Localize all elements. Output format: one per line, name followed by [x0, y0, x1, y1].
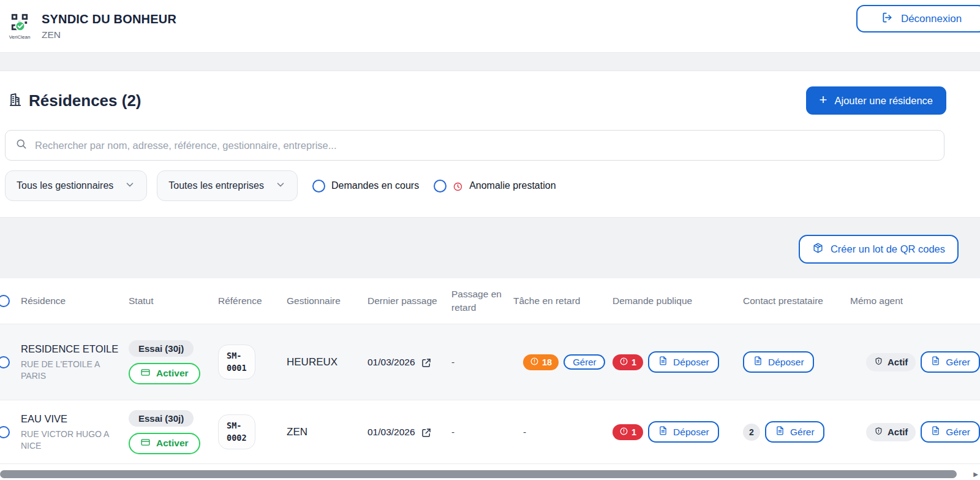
public-request-deposit-button[interactable]: Déposer: [648, 351, 719, 373]
column-header-residence: Résidence: [21, 294, 129, 308]
external-link-icon[interactable]: [421, 427, 432, 438]
contact-action-button[interactable]: Déposer: [743, 351, 814, 373]
memo-cell: ActifGérer: [850, 421, 980, 443]
column-header-demande-publique: Demande publique: [612, 294, 743, 308]
memo-status: Actif: [888, 357, 908, 367]
public-request-count: 1: [631, 357, 636, 367]
horizontal-scrollbar-thumb[interactable]: [0, 470, 957, 478]
alert-circle-icon: [619, 427, 628, 438]
trial-status-badge: Essai (30j): [129, 410, 194, 427]
pending-requests-label: Demandes en cours: [331, 180, 419, 191]
column-header-gestionnaire: Gestionnaire: [287, 294, 368, 308]
residence-address: RUE VICTOR HUGO A NICE: [21, 429, 124, 452]
late-task-cell: -: [513, 427, 612, 438]
memo-manage-button-label: Gérer: [946, 427, 970, 438]
managers-select[interactable]: Tous les gestionnaires: [5, 170, 147, 201]
company-name: SYNDIC DU BONHEUR: [42, 12, 176, 26]
memo-cell: ActifGérer: [850, 351, 980, 373]
plus-icon: +: [820, 93, 827, 107]
contact-count-badge: 2: [743, 424, 760, 441]
logout-label: Déconnexion: [901, 13, 962, 25]
companies-select[interactable]: Toutes les entreprises: [157, 170, 298, 201]
manager-cell: ZEN: [287, 426, 368, 438]
status-cell: Essai (30j)Activer: [129, 340, 218, 384]
credit-card-icon: [140, 367, 151, 380]
public-request-deposit-button-label: Déposer: [673, 357, 709, 368]
vericlean-logo: VeriClean: [4, 13, 36, 40]
search-bar: [5, 130, 944, 161]
column-header-contact-prestataire: Contact prestataire: [743, 294, 850, 308]
spacer-band: [0, 53, 980, 71]
residence-cell: EAU VIVERUE VICTOR HUGO A NICE: [21, 412, 129, 451]
qr-band: Créer un lot de QR codes: [0, 217, 980, 278]
create-qr-batch-label: Créer un lot de QR codes: [831, 243, 945, 255]
add-residence-button[interactable]: + Ajouter une résidence: [806, 86, 946, 115]
late-task-cell: 18Gérer: [513, 354, 612, 370]
row-select-radio[interactable]: [0, 356, 10, 368]
manager-cell: HEUREUX: [287, 356, 368, 368]
create-qr-batch-button[interactable]: Créer un lot de QR codes: [799, 235, 959, 264]
current-user: ZEN: [42, 29, 176, 40]
credit-card-icon: [140, 437, 151, 450]
reference-badge: SM- 0001: [218, 345, 255, 379]
contact-action-button[interactable]: Gérer: [765, 421, 824, 443]
document-icon: [658, 356, 668, 368]
late-task-count: 18: [542, 357, 552, 367]
activate-button[interactable]: Activer: [129, 363, 200, 384]
residence-name: EAU VIVE: [21, 412, 120, 425]
pending-requests-radio[interactable]: [312, 180, 325, 192]
public-request-count-badge: 1: [612, 424, 643, 440]
search-input[interactable]: [35, 140, 934, 151]
public-request-count-badge: 1: [612, 354, 643, 370]
document-icon: [658, 425, 668, 438]
logout-button[interactable]: Déconnexion: [856, 5, 980, 32]
activate-label: Activer: [156, 368, 189, 379]
qr-check-logo-icon: [10, 13, 29, 34]
scrollbar-right-arrow[interactable]: ▶: [973, 471, 978, 478]
public-request-deposit-button[interactable]: Déposer: [648, 421, 719, 443]
reference-cell: SM- 0001: [218, 345, 287, 379]
column-header-statut: Statut: [129, 294, 218, 308]
activate-button[interactable]: Activer: [129, 433, 200, 454]
clock-icon: [453, 181, 463, 192]
toolbar-section: Résidences (2) + Ajouter une résidence T…: [0, 71, 980, 201]
document-icon: [930, 356, 941, 368]
logo-caption: VeriClean: [9, 34, 31, 40]
last-visit-date: 01/03/2026: [368, 427, 415, 438]
anomaly-label: Anomalie prestation: [469, 180, 556, 191]
package-icon: [812, 242, 824, 256]
residence-name: RESIDENCE ETOILE: [21, 342, 120, 356]
last-visit-cell: 01/03/2026: [368, 426, 451, 438]
residence-cell: RESIDENCE ETOILERUE DE L'ETOILE A PARIS: [21, 342, 129, 381]
row-select-cell: [0, 356, 21, 368]
managers-select-value: Tous les gestionnaires: [17, 180, 113, 191]
document-icon: [930, 425, 941, 438]
column-header-memo-agent: Mémo agent: [850, 294, 980, 308]
late-task-manage-button[interactable]: Gérer: [564, 354, 605, 370]
contact-action-button-label: Déposer: [768, 357, 804, 368]
memo-status-badge: Actif: [866, 423, 916, 441]
external-link-icon[interactable]: [421, 357, 432, 368]
page-title: Résidences (2): [29, 91, 141, 110]
column-header-tache-en-retard: Tâche en retard: [513, 294, 612, 308]
select-all-radio[interactable]: [0, 295, 10, 307]
late-visit-cell: -: [451, 357, 513, 368]
late-visit-cell: -: [451, 427, 513, 438]
row-select-cell: [0, 426, 21, 438]
public-request-count: 1: [631, 427, 636, 437]
row-select-radio[interactable]: [0, 426, 10, 438]
residences-table: RésidenceStatutRéférenceGestionnaireDern…: [0, 278, 980, 464]
shield-icon: [874, 357, 883, 368]
column-header-passage-en-retard: Passage en retard: [451, 288, 513, 315]
search-icon: [15, 138, 28, 153]
memo-manage-button[interactable]: Gérer: [921, 351, 980, 373]
late-task-count-badge: 18: [523, 354, 559, 370]
companies-select-value: Toutes les entreprises: [168, 180, 264, 191]
memo-manage-button[interactable]: Gérer: [921, 421, 980, 443]
document-icon: [775, 425, 785, 438]
app-header: VeriClean SYNDIC DU BONHEUR ZEN Déconnex…: [0, 0, 980, 53]
anomaly-radio[interactable]: [434, 180, 447, 192]
column-header-reference: Référence: [218, 294, 287, 308]
contact-action-button-label: Gérer: [790, 427, 815, 438]
public-request-cell: 1Déposer: [612, 351, 743, 373]
